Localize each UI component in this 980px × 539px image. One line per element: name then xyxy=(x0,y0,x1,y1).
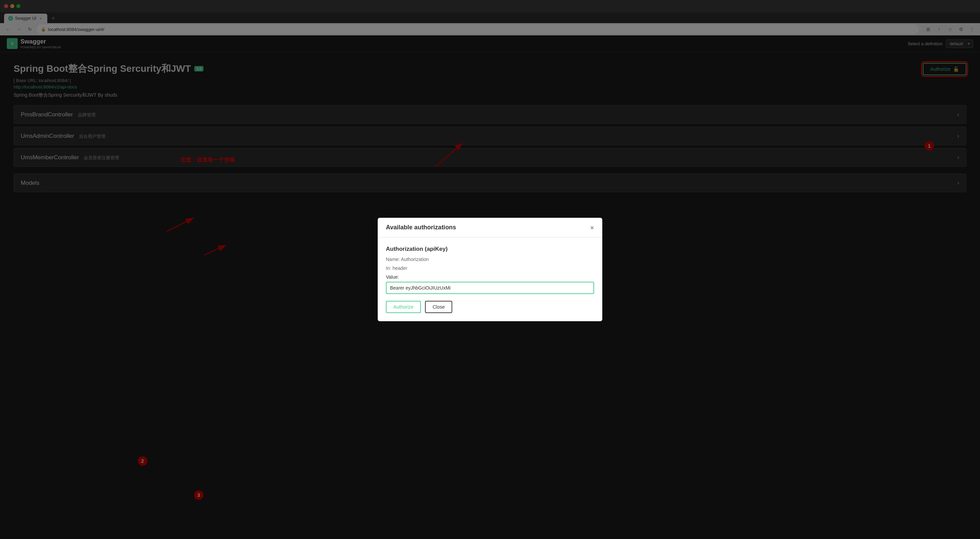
auth-name-field: Name: Authorization xyxy=(386,257,594,262)
modal-close-button[interactable]: × xyxy=(590,224,594,231)
auth-in-value: header xyxy=(392,266,407,271)
auth-modal: Available authorizations × Authorization… xyxy=(378,218,602,321)
modal-close-btn[interactable]: Close xyxy=(425,301,452,313)
modal-title: Available authorizations xyxy=(386,224,456,231)
auth-in-field: In: header xyxy=(386,266,594,271)
auth-name-label: Name: xyxy=(386,257,400,262)
auth-name-value: Authorization xyxy=(401,257,429,262)
modal-actions: Authorize Close xyxy=(386,301,594,313)
modal-overlay: Available authorizations × Authorization… xyxy=(0,0,980,527)
auth-in-label: In: xyxy=(386,266,391,271)
modal-authorize-button[interactable]: Authorize xyxy=(386,301,421,313)
modal-header: Available authorizations × xyxy=(378,218,602,237)
value-input[interactable] xyxy=(386,282,594,294)
value-label: Value: xyxy=(386,274,594,280)
modal-body: Authorization (apiKey) Name: Authorizati… xyxy=(378,237,602,321)
auth-section-title: Authorization (apiKey) xyxy=(386,246,594,253)
